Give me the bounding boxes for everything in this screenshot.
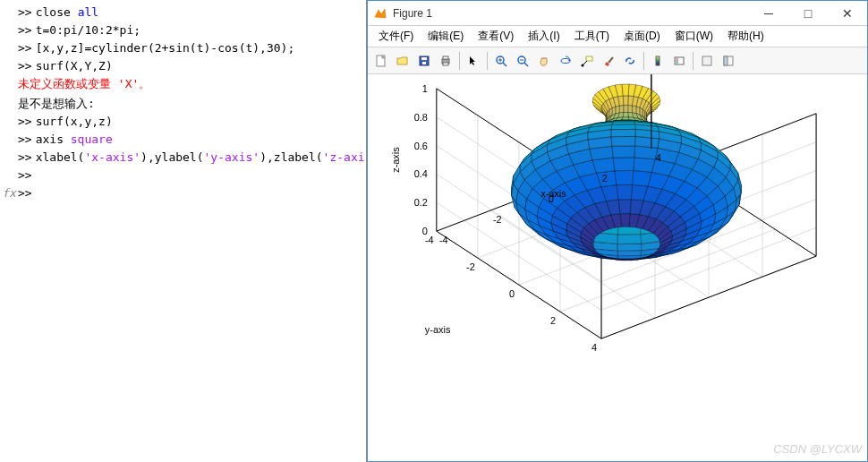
menu-item[interactable]: 文件(F) (371, 27, 421, 46)
pointer-button[interactable] (464, 51, 483, 71)
fx-icon: fx (0, 185, 18, 201)
hide-tools-button[interactable] (697, 51, 717, 71)
matlab-figure-icon (373, 6, 387, 21)
svg-marker-657 (612, 122, 635, 124)
svg-rect-24 (702, 56, 711, 65)
svg-marker-503 (622, 84, 629, 96)
svg-text:-2: -2 (466, 261, 475, 272)
svg-marker-456 (619, 105, 624, 113)
close-button[interactable]: ✕ (828, 1, 867, 26)
menu-item[interactable]: 查看(V) (471, 27, 521, 46)
svg-marker-69 (617, 244, 642, 251)
titlebar: Figure 1 ─ □ ✕ (368, 1, 867, 26)
code-line: xlabel('x-axis'),ylabel('y-axis'),zlabel… (36, 150, 367, 166)
svg-text:-4: -4 (439, 235, 448, 245)
separator (487, 52, 488, 70)
zoom-out-button[interactable] (513, 51, 532, 71)
code-line: 是不是想输入: (18, 96, 95, 112)
prompt: >> (18, 114, 36, 130)
code-line: surf(x,y,z) (36, 114, 113, 130)
command-window[interactable]: >>close all>>t=0:pi/10:2*pi;>>[x,y,z]=cy… (0, 0, 367, 462)
menu-item[interactable]: 编辑(E) (421, 27, 471, 46)
svg-text:0: 0 (422, 226, 428, 236)
svg-text:4: 4 (591, 342, 597, 353)
svg-marker-638 (592, 158, 615, 173)
svg-marker-658 (612, 146, 635, 158)
prompt: >> (18, 40, 36, 56)
svg-marker-598 (617, 184, 633, 199)
prompt: >> (18, 167, 36, 184)
svg-marker-71 (617, 251, 642, 256)
svg-line-18 (608, 57, 613, 63)
svg-point-17 (582, 64, 584, 66)
code-line: t=0:pi/10:2*pi; (36, 22, 140, 38)
svg-marker-668 (611, 129, 635, 136)
svg-rect-5 (443, 56, 448, 59)
svg-marker-461 (624, 105, 628, 112)
figure-title: Figure 1 (393, 7, 749, 20)
toolbar (368, 47, 867, 74)
svg-text:0.4: 0.4 (414, 168, 428, 179)
open-button[interactable] (393, 51, 413, 71)
svg-text:2: 2 (550, 315, 556, 326)
prompt: >> (18, 58, 36, 74)
new-figure-button[interactable] (371, 51, 391, 71)
menu-item[interactable]: 插入(I) (521, 27, 566, 46)
svg-rect-19 (656, 56, 660, 65)
svg-text:x-axis: x-axis (540, 188, 566, 199)
svg-text:0.8: 0.8 (414, 112, 428, 123)
pan-button[interactable] (534, 51, 554, 71)
svg-marker-72 (617, 235, 642, 244)
code-line: axis square (36, 132, 113, 148)
svg-text:-2: -2 (493, 214, 502, 225)
menubar: 文件(F)编辑(E)查看(V)插入(I)工具(T)桌面(D)窗口(W)帮助(H) (368, 26, 867, 47)
code-line: 未定义函数或变量 'X'。 (18, 76, 150, 92)
svg-marker-654 (634, 146, 658, 159)
prompt: >> (18, 132, 36, 148)
data-cursor-button[interactable] (577, 51, 597, 71)
svg-marker-639 (634, 158, 655, 173)
svg-marker-459 (628, 105, 633, 112)
link-button[interactable] (620, 51, 640, 71)
print-button[interactable] (436, 51, 455, 71)
code-line: surf(X,Y,Z) (36, 58, 113, 74)
svg-marker-538 (620, 214, 630, 227)
dock-button[interactable] (719, 51, 738, 71)
svg-text:2: 2 (602, 173, 608, 184)
code-line: [x,y,z]=cylinder(2+sin(t)-cos(t),30); (36, 40, 295, 56)
insert-legend-button[interactable] (669, 51, 689, 71)
svg-marker-644 (613, 158, 634, 171)
menu-item[interactable]: 桌面(D) (617, 27, 668, 46)
menu-item[interactable]: 工具(T) (567, 27, 617, 46)
svg-line-8 (503, 63, 506, 66)
minimize-button[interactable]: ─ (749, 1, 788, 26)
svg-text:4: 4 (656, 152, 661, 163)
svg-marker-79 (617, 255, 641, 258)
svg-marker-474 (623, 112, 628, 116)
maximize-button[interactable]: □ (788, 1, 828, 26)
svg-marker-665 (611, 124, 635, 130)
insert-colorbar-button[interactable] (648, 51, 668, 71)
zoom-in-button[interactable] (491, 51, 511, 71)
brush-button[interactable] (599, 51, 618, 71)
svg-rect-3 (422, 62, 426, 64)
svg-marker-502 (622, 117, 629, 120)
separator (693, 52, 694, 70)
svg-marker-623 (615, 170, 634, 184)
svg-text:0: 0 (509, 288, 515, 299)
svg-rect-26 (724, 56, 728, 65)
axes-canvas[interactable]: -4-2024-4-202400.20.40.60.81x-axisy-axis… (368, 74, 867, 461)
svg-marker-442 (636, 107, 640, 115)
svg-text:0.2: 0.2 (414, 197, 428, 208)
svg-marker-666 (611, 136, 635, 146)
svg-rect-15 (586, 56, 592, 61)
menu-item[interactable]: 帮助(H) (720, 27, 771, 46)
rotate-button[interactable] (556, 51, 575, 71)
surface (512, 84, 742, 261)
menu-item[interactable]: 窗口(W) (668, 27, 720, 46)
svg-text:0.6: 0.6 (414, 141, 428, 151)
prompt: >> (18, 150, 36, 166)
prompt: >> (18, 185, 36, 201)
save-button[interactable] (414, 51, 434, 71)
code-line: close all (36, 4, 98, 21)
